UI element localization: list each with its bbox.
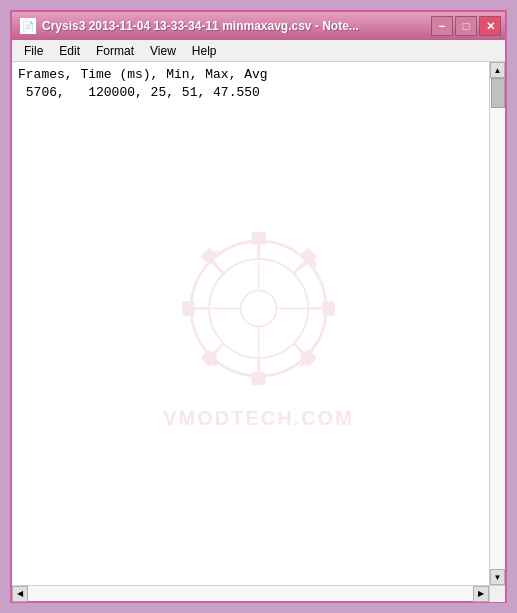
menu-file[interactable]: File [16, 42, 51, 60]
text-editor[interactable]: Frames, Time (ms), Min, Max, Avg 5706, 1… [12, 62, 489, 585]
scroll-thumb[interactable] [491, 78, 505, 108]
horizontal-scrollbar-container: ◀ ▶ [12, 585, 505, 601]
close-button[interactable]: ✕ [479, 16, 501, 36]
maximize-button[interactable]: □ [455, 16, 477, 36]
menu-format[interactable]: Format [88, 42, 142, 60]
editor-area: Frames, Time (ms), Min, Max, Avg 5706, 1… [12, 62, 505, 585]
menu-help[interactable]: Help [184, 42, 225, 60]
horizontal-scrollbar[interactable]: ◀ ▶ [12, 586, 489, 601]
menu-bar: File Edit Format View Help [12, 40, 505, 62]
minimize-button[interactable]: − [431, 16, 453, 36]
app-icon: 📄 [20, 18, 36, 34]
menu-edit[interactable]: Edit [51, 42, 88, 60]
scroll-up-button[interactable]: ▲ [490, 62, 505, 78]
title-buttons: − □ ✕ [431, 16, 501, 36]
scroll-track[interactable] [490, 78, 505, 569]
title-bar-left: 📄 Crysis3 2013-11-04 13-33-34-11 minmaxa… [20, 18, 359, 34]
menu-view[interactable]: View [142, 42, 184, 60]
scroll-right-button[interactable]: ▶ [473, 586, 489, 602]
scroll-left-button[interactable]: ◀ [12, 586, 28, 602]
notepad-window: 📄 Crysis3 2013-11-04 13-33-34-11 minmaxa… [10, 10, 507, 603]
scrollbar-corner [489, 586, 505, 602]
scroll-down-button[interactable]: ▼ [490, 569, 505, 585]
vertical-scrollbar[interactable]: ▲ ▼ [489, 62, 505, 585]
window-title: Crysis3 2013-11-04 13-33-34-11 minmaxavg… [42, 19, 359, 33]
scroll-h-track[interactable] [28, 586, 473, 601]
title-bar: 📄 Crysis3 2013-11-04 13-33-34-11 minmaxa… [12, 12, 505, 40]
